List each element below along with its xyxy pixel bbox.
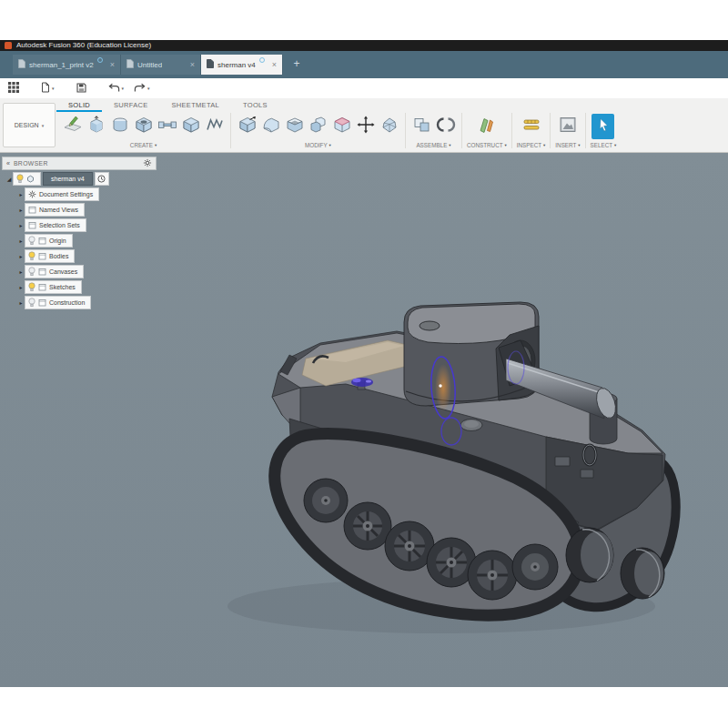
expand-arrow-icon[interactable]: ▸ [17, 284, 25, 290]
fillet-tool-button[interactable] [259, 114, 282, 139]
document-icon [207, 59, 214, 70]
workspace-selector[interactable]: DESIGN ▾ [3, 103, 56, 147]
ribbon-group-tools [236, 113, 400, 140]
fusion360-window: Autodesk Fusion 360 (Education License) … [0, 0, 728, 728]
file-menu-icon [41, 80, 50, 96]
browser-item-chip[interactable]: Canvases [25, 265, 84, 278]
expand-arrow-icon[interactable]: ▸ [17, 299, 25, 306]
ribbon-tab-tools[interactable]: TOOLS [231, 99, 279, 112]
browser-root-row[interactable]: ◢sherman v4 [2, 172, 157, 186]
undo-button[interactable]: ▾ [105, 80, 128, 96]
document-tab-label: Untitled [137, 61, 162, 69]
shell-tool-button[interactable] [283, 114, 306, 139]
folder-icon [38, 298, 46, 308]
create-sketch-tool-button[interactable] [61, 114, 84, 139]
chevron-down-icon: ▾ [614, 143, 616, 147]
chevron-down-icon: ▾ [147, 86, 150, 91]
group-label-text: CONSTRUCT [467, 142, 503, 148]
collapse-panel-icon[interactable]: « [6, 160, 10, 167]
close-icon[interactable]: × [106, 60, 115, 69]
ribbon-tab-surface[interactable]: SURFACE [102, 99, 160, 112]
create-sketch-icon [63, 116, 83, 137]
ribbon-group-label[interactable]: SELECT▾ [591, 142, 617, 148]
ribbon-group-label[interactable]: INSERT▾ [555, 142, 580, 148]
new-component-tool-button[interactable] [410, 114, 433, 139]
save-button[interactable] [73, 80, 90, 96]
expand-arrow-icon[interactable]: ▸ [17, 207, 25, 213]
ribbon-tab-solid[interactable]: SOLID [56, 99, 102, 112]
revolve-tool-button[interactable] [108, 114, 131, 139]
combine-tool-button[interactable] [307, 114, 329, 139]
file-menu-button[interactable]: ▾ [37, 80, 58, 96]
select-tool-button[interactable] [592, 114, 614, 139]
group-label-text: SELECT [591, 142, 613, 148]
browser-item-canvases[interactable]: ▸Canvases [2, 265, 157, 278]
browser-item-document-settings[interactable]: ▸Document Settings [2, 187, 157, 201]
expand-arrow-icon[interactable]: ▸ [17, 222, 25, 228]
measure-icon [521, 116, 541, 137]
ribbon-group-label[interactable]: CONSTRUCT▾ [467, 142, 507, 148]
coil-icon [205, 116, 225, 137]
press-pull-tool-button[interactable] [236, 114, 258, 139]
ribbon-group-label[interactable]: MODIFY▾ [305, 142, 331, 148]
physical-material-tool-button[interactable] [378, 114, 400, 139]
close-icon[interactable]: × [187, 60, 195, 69]
browser-item-chip[interactable]: Construction [25, 296, 91, 309]
ribbon-group-label[interactable]: INSPECT▾ [517, 142, 546, 148]
browser-item-chip[interactable]: Named Views [25, 203, 85, 217]
3d-viewport[interactable]: « BROWSER ◢sherman v4▸Document Settings▸… [0, 153, 728, 687]
fillet-icon [261, 116, 281, 137]
browser-item-chip[interactable]: Selection Sets [25, 218, 86, 232]
browser-item-origin[interactable]: ▸Origin [2, 234, 157, 248]
expand-arrow-icon[interactable]: ▸ [17, 238, 25, 244]
measure-tool-button[interactable] [520, 114, 542, 139]
ribbon-group-inspect: INSPECT▾ [512, 113, 551, 148]
lightbulb-on-icon[interactable] [28, 282, 35, 293]
lightbulb-on-icon[interactable] [28, 251, 35, 262]
ribbon-group-label[interactable]: CREATE▾ [130, 142, 157, 148]
browser-item-chip[interactable]: Document Settings [25, 187, 99, 201]
redo-button[interactable]: ▾ [130, 80, 154, 96]
expand-arrow-icon[interactable]: ▸ [17, 253, 25, 259]
pipe-tool-button[interactable] [156, 114, 178, 139]
browser-panel: « BROWSER ◢sherman v4▸Document Settings▸… [2, 157, 157, 309]
browser-item-chip[interactable]: Bodies [25, 249, 75, 263]
lightbulb-off-icon[interactable] [28, 236, 35, 247]
lightbulb-off-icon[interactable] [28, 298, 35, 308]
joint-tool-button[interactable] [434, 114, 457, 139]
browser-item-selection-sets[interactable]: ▸Selection Sets [2, 218, 157, 232]
lightbulb-on-icon[interactable] [16, 174, 24, 185]
ribbon-group-create: CREATE▾ [56, 113, 231, 148]
coil-tool-button[interactable] [203, 114, 226, 139]
document-tab-1[interactable]: sherman_1_print v2× [13, 55, 121, 75]
browser-item-sketches[interactable]: ▸Sketches [2, 280, 157, 294]
canvas-tool-button[interactable] [556, 114, 579, 139]
document-history-button[interactable] [95, 172, 109, 186]
expand-arrow-icon[interactable]: ▸ [17, 191, 25, 197]
lightbulb-off-icon[interactable] [28, 267, 35, 278]
close-icon[interactable]: × [268, 60, 277, 69]
browser-item-chip[interactable]: Sketches [25, 280, 82, 294]
root-component-name[interactable]: sherman v4 [43, 172, 93, 186]
sweep-tool-button[interactable] [132, 114, 155, 139]
ribbon-group-label[interactable]: ASSEMBLE▾ [416, 142, 450, 148]
document-tab-2[interactable]: Untitled× [121, 55, 201, 75]
browser-settings-gear-icon[interactable] [143, 158, 152, 168]
browser-title: BROWSER [14, 160, 139, 167]
ribbon-tab-sheetmetal[interactable]: SHEETMETAL [160, 99, 231, 112]
move-copy-tool-button[interactable] [354, 114, 377, 139]
extrude-tool-button[interactable] [85, 114, 107, 139]
box-tool-button[interactable] [179, 114, 202, 139]
workspace-label: DESIGN [15, 122, 39, 128]
split-body-tool-button[interactable] [330, 114, 353, 139]
construction-plane-tool-button[interactable] [475, 114, 498, 139]
app-grid-button[interactable] [5, 80, 23, 96]
document-tab-3[interactable]: sherman v4× [201, 55, 283, 75]
expand-arrow-icon[interactable]: ▸ [17, 268, 25, 275]
browser-item-chip[interactable]: Origin [25, 234, 73, 248]
browser-item-named-views[interactable]: ▸Named Views [2, 203, 157, 217]
browser-item-bodies[interactable]: ▸Bodies [2, 249, 157, 263]
new-tab-button[interactable]: + [288, 56, 305, 73]
browser-item-construction[interactable]: ▸Construction [2, 296, 157, 309]
expand-arrow-icon[interactable]: ◢ [5, 176, 13, 182]
